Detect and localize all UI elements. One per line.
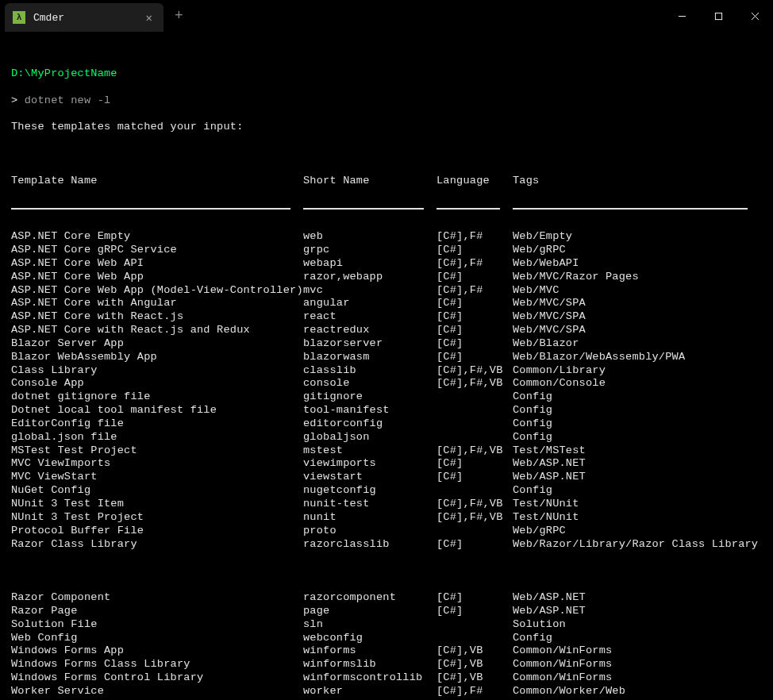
cell-language: [C#],F#	[436, 685, 513, 698]
cell-language	[436, 484, 513, 498]
cell-language: [C#]	[436, 244, 513, 257]
lambda-icon: λ	[13, 11, 25, 24]
table-row: NUnit 3 Test Projectnunit[C#],F#,VBTest/…	[11, 511, 762, 525]
cell-tags: Web/gRPC	[513, 525, 762, 538]
table-row: Windows Forms Class Librarywinformslib[C…	[11, 658, 762, 671]
table-row: MVC ViewImportsviewimports[C#]Web/ASP.NE…	[11, 457, 762, 471]
cell-language	[436, 390, 513, 404]
close-tab-icon[interactable]: ✕	[143, 11, 156, 25]
table-row: MVC ViewStartviewstart[C#]Web/ASP.NET	[11, 471, 762, 484]
cell-shortname: page	[303, 605, 436, 618]
cell-shortname: mstest	[303, 444, 436, 458]
cell-template: MVC ViewImports	[11, 457, 303, 471]
table-row: ASP.NET Core with React.jsreact[C#]Web/M…	[11, 310, 762, 324]
tab-dropdown-icon[interactable]	[194, 10, 210, 21]
cell-language: [C#]	[436, 337, 513, 351]
cell-tags: Web/ASP.NET	[513, 471, 762, 484]
cell-template: Web Config	[11, 632, 303, 645]
table-header: Template Name Short Name Language Tags	[11, 175, 762, 188]
table-row: Console Appconsole[C#],F#,VBCommon/Conso…	[11, 377, 762, 390]
titlebar: λ Cmder ✕ +	[0, 0, 773, 32]
cell-tags: Web/Razor/Library/Razor Class Library	[513, 538, 762, 552]
table-row: Blazor WebAssembly Appblazorwasm[C#]Web/…	[11, 351, 762, 364]
cell-language	[436, 632, 513, 645]
cell-language: [C#]	[436, 605, 513, 618]
cell-template: ASP.NET Core Web App (Model-View-Control…	[11, 284, 303, 298]
cell-shortname: viewimports	[303, 457, 436, 471]
cell-tags: Common/Worker/Web	[513, 685, 762, 698]
cell-language: [C#]	[436, 591, 513, 605]
cell-template: ASP.NET Core with React.js and Redux	[11, 324, 303, 337]
cell-shortname: react	[303, 310, 436, 324]
cell-language: [C#],F#	[436, 284, 513, 298]
table-row: Razor Componentrazorcomponent[C#]Web/ASP…	[11, 591, 762, 605]
table-row: Class Libraryclasslib[C#],F#,VBCommon/Li…	[11, 364, 762, 378]
minimize-button[interactable]	[663, 3, 700, 29]
cell-template: EditorConfig file	[11, 417, 303, 431]
cell-template: Protocol Buffer File	[11, 525, 303, 538]
new-tab-button[interactable]: +	[163, 8, 194, 24]
cell-shortname: angular	[303, 297, 436, 310]
table-row: Windows Forms Control Librarywinformscon…	[11, 671, 762, 685]
cell-shortname: nugetconfig	[303, 484, 436, 498]
cell-language: [C#],F#,VB	[436, 364, 513, 378]
svg-rect-1	[715, 13, 721, 19]
titlebar-left: λ Cmder ✕ +	[0, 0, 210, 32]
cell-tags: Config	[513, 390, 762, 404]
tab-cmder[interactable]: λ Cmder ✕	[5, 3, 163, 32]
header-language: Language	[436, 175, 513, 188]
maximize-button[interactable]	[700, 3, 736, 29]
cell-shortname: blazorwasm	[303, 351, 436, 364]
cell-template: global.json file	[11, 431, 303, 444]
table-row: Web ConfigwebconfigConfig	[11, 632, 762, 645]
header-rule	[11, 201, 762, 214]
cell-shortname: gitignore	[303, 390, 436, 404]
cell-shortname: viewstart	[303, 471, 436, 484]
cell-tags: Web/MVC/SPA	[513, 310, 762, 324]
table-row: ASP.NET Core with React.js and Reduxreac…	[11, 324, 762, 337]
cell-template: Razor Component	[11, 591, 303, 605]
close-window-button[interactable]	[736, 3, 773, 29]
cell-shortname: reactredux	[303, 324, 436, 337]
cell-tags: Web/Blazor/WebAssembly/PWA	[513, 351, 762, 364]
cell-tags: Web/WebAPI	[513, 257, 762, 271]
cell-tags: Config	[513, 417, 762, 431]
cell-template: ASP.NET Core Empty	[11, 230, 303, 244]
cell-language: [C#]	[436, 310, 513, 324]
cell-shortname: razorcomponent	[303, 591, 436, 605]
cell-tags: Web/MVC/SPA	[513, 297, 762, 310]
cell-tags: Common/Console	[513, 377, 762, 390]
cell-language: [C#],F#,VB	[436, 377, 513, 390]
table-row: ASP.NET Core Web Apprazor,webapp[C#]Web/…	[11, 271, 762, 284]
terminal-output[interactable]: D:\MyProjectName > dotnet new -l These t…	[0, 32, 773, 700]
table-row: ASP.NET Core Web App (Model-View-Control…	[11, 284, 762, 298]
cell-tags: Solution	[513, 618, 762, 632]
cell-template: Console App	[11, 377, 303, 390]
cell-language: [C#]	[436, 471, 513, 484]
cell-shortname: blazorserver	[303, 337, 436, 351]
cell-template: NuGet Config	[11, 484, 303, 498]
cell-language: [C#],F#,VB	[436, 444, 513, 458]
cell-template: Dotnet local tool manifest file	[11, 404, 303, 417]
cell-language: [C#]	[436, 324, 513, 337]
cell-template: Solution File	[11, 618, 303, 632]
cell-tags: Test/NUnit	[513, 498, 762, 511]
cell-language: [C#],VB	[436, 671, 513, 685]
table-row: Razor Pagepage[C#]Web/ASP.NET	[11, 605, 762, 618]
cell-tags: Config	[513, 404, 762, 417]
cell-shortname: webapi	[303, 257, 436, 271]
cell-language: [C#]	[436, 297, 513, 310]
table-row: ASP.NET Core gRPC Servicegrpc[C#]Web/gRP…	[11, 244, 762, 257]
cell-shortname: web	[303, 230, 436, 244]
cell-language	[436, 431, 513, 444]
cell-shortname: editorconfig	[303, 417, 436, 431]
cell-shortname: webconfig	[303, 632, 436, 645]
table-row: ASP.NET Core with Angularangular[C#]Web/…	[11, 297, 762, 310]
cell-language: [C#],F#,VB	[436, 498, 513, 511]
cell-language: [C#],F#	[436, 230, 513, 244]
prompt-path: D:\MyProjectName	[11, 67, 117, 79]
table-row: Windows Forms Appwinforms[C#],VBCommon/W…	[11, 644, 762, 658]
cell-tags: Web/MVC/Razor Pages	[513, 271, 762, 284]
table-row: Solution FileslnSolution	[11, 618, 762, 632]
cell-template: MSTest Test Project	[11, 444, 303, 458]
